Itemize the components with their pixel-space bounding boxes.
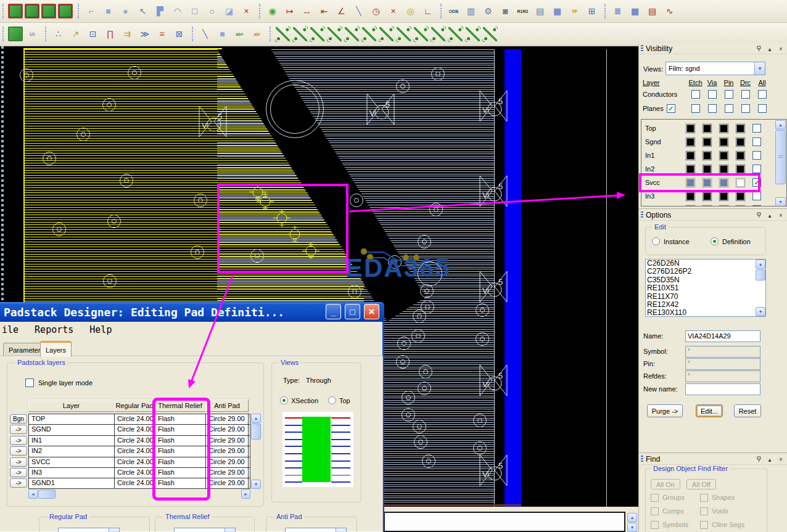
timer-icon[interactable]: ◷ bbox=[368, 4, 384, 19]
padstack-list-item[interactable]: RE10X51 bbox=[646, 284, 765, 292]
layer-color-swatch[interactable] bbox=[736, 124, 745, 133]
shape-circle-icon[interactable]: ○ bbox=[204, 4, 220, 19]
column-header-pin[interactable]: Pin bbox=[724, 79, 734, 86]
scroll-up-icon[interactable]: ▴ bbox=[756, 260, 765, 269]
close-button[interactable]: × bbox=[364, 304, 379, 319]
shape-arc-icon[interactable]: ◠ bbox=[170, 4, 185, 19]
layer-color-swatch[interactable] bbox=[686, 205, 695, 207]
reset-button[interactable]: Reset bbox=[734, 404, 761, 417]
regular-pad-cell[interactable]: Circle 24.00 bbox=[115, 436, 155, 446]
edit-rat-icon[interactable] bbox=[327, 27, 342, 42]
drc-pen-icon[interactable]: ∿ bbox=[662, 4, 677, 19]
menu-help[interactable]: Help bbox=[89, 324, 112, 335]
layer-color-swatch[interactable] bbox=[686, 165, 695, 174]
scroll-down-icon[interactable]: ▾ bbox=[627, 523, 637, 532]
layer-color-swatch[interactable] bbox=[736, 151, 745, 160]
shape-ellipse-icon[interactable]: ● bbox=[118, 4, 133, 19]
column-header-layer[interactable]: Layer bbox=[643, 79, 660, 86]
padstack-list-item[interactable]: C276D126P2 bbox=[646, 268, 765, 276]
layer-cell[interactable]: IN3 bbox=[29, 468, 115, 478]
layer-color-swatch[interactable] bbox=[736, 192, 745, 201]
collapse-icon[interactable]: ▴ bbox=[765, 44, 774, 53]
padstack-row-top[interactable]: TOPCircle 24.00FlashCircle 29.00 bbox=[29, 414, 250, 425]
conductors-etch-checkbox[interactable] bbox=[691, 90, 700, 99]
layer-row-top[interactable]: Top bbox=[641, 121, 786, 135]
find-checkbox[interactable] bbox=[700, 507, 708, 515]
anti-pad-cell[interactable]: Circle 29.00 bbox=[206, 457, 249, 467]
scroll-up-icon[interactable]: ▴ bbox=[251, 414, 261, 423]
planes-via-checkbox[interactable] bbox=[708, 104, 717, 113]
show-rats-icon[interactable] bbox=[275, 27, 290, 42]
planes-drc-checkbox[interactable] bbox=[741, 104, 750, 113]
layer-color-swatch[interactable] bbox=[703, 192, 712, 201]
row-button-in2[interactable]: -> bbox=[10, 446, 27, 456]
board-save-icon[interactable] bbox=[41, 4, 56, 18]
padstack-row-in1[interactable]: IN1Circle 24.00FlashCircle 29.00 bbox=[29, 436, 250, 446]
enable-rat-icon[interactable] bbox=[465, 27, 480, 42]
toolbar-grip[interactable] bbox=[2, 27, 6, 41]
color-grid-icon[interactable]: ▦ bbox=[550, 4, 565, 19]
padstack-row-in2[interactable]: IN2Circle 24.00FlashCircle 29.00 bbox=[29, 446, 250, 457]
name-field[interactable]: VIA24D14A29 bbox=[685, 330, 760, 342]
conductors-all-checkbox[interactable] bbox=[758, 90, 767, 99]
find-checkbox[interactable] bbox=[651, 521, 659, 529]
pad-array-icon[interactable]: ⊞ bbox=[584, 4, 600, 19]
anti-pad-cell[interactable]: Circle 29.00 bbox=[206, 436, 249, 446]
layer-color-swatch[interactable] bbox=[703, 151, 712, 160]
shape-shaded-icon[interactable]: ◪ bbox=[221, 4, 237, 19]
padstack-list-item[interactable]: RE130X110 bbox=[646, 309, 765, 317]
layer-row-in1[interactable]: In1 bbox=[641, 149, 786, 162]
layer-color-swatch[interactable] bbox=[686, 192, 695, 201]
import-rat-icon[interactable] bbox=[413, 27, 429, 42]
planes-checkbox[interactable]: ✓ bbox=[667, 104, 675, 113]
cut-cline-icon[interactable]: × bbox=[385, 4, 401, 19]
tab-layers[interactable]: Layers bbox=[40, 341, 72, 357]
chevron-down-icon[interactable]: ▾ bbox=[109, 528, 119, 532]
scroll-thumb[interactable] bbox=[775, 130, 786, 184]
find-checkbox[interactable] bbox=[651, 494, 659, 502]
chevron-icon[interactable]: ≫ bbox=[137, 27, 152, 42]
toolbar-grip[interactable] bbox=[604, 4, 608, 18]
definition-radio[interactable]: Definition bbox=[711, 237, 751, 245]
anti-pad-dropdown[interactable]: ▾ bbox=[285, 528, 347, 532]
dimension-origin-icon[interactable]: ⇤ bbox=[316, 4, 332, 19]
toolbar-grip[interactable] bbox=[270, 27, 273, 41]
layer-color-swatch[interactable] bbox=[719, 205, 728, 207]
status-rat-icon[interactable] bbox=[448, 27, 463, 42]
layer-cell[interactable]: SVCC bbox=[29, 457, 115, 467]
dimension-angle-icon[interactable]: ∠ bbox=[334, 4, 349, 19]
drc-note-icon[interactable]: ▤ bbox=[645, 4, 660, 19]
toolbar-grip[interactable] bbox=[440, 4, 443, 18]
stretch-rat-icon[interactable] bbox=[344, 27, 360, 42]
scroll-down-icon[interactable]: ▾ bbox=[251, 480, 261, 489]
close-icon[interactable]: × bbox=[777, 211, 785, 219]
visibility-titlebar[interactable]: Visibility ▴ × bbox=[639, 43, 787, 54]
layer-all-checkbox[interactable] bbox=[752, 151, 761, 160]
grid-cross-icon[interactable]: ⊠ bbox=[171, 27, 187, 42]
anti-pad-cell[interactable]: Circle 29.00 bbox=[206, 468, 249, 478]
toolbar-grip[interactable] bbox=[2, 4, 6, 18]
padstack-list-item[interactable]: C35D35N bbox=[646, 276, 765, 284]
regular-pad-cell[interactable]: Circle 24.00 bbox=[115, 478, 155, 488]
collapse-icon[interactable]: ▴ bbox=[765, 211, 774, 219]
row-button-in3[interactable]: -> bbox=[10, 468, 27, 477]
camera-icon[interactable]: ◙ bbox=[498, 4, 513, 19]
thermal-relief-dropdown[interactable]: ▾ bbox=[174, 528, 236, 532]
layer-cell[interactable]: SGND bbox=[29, 425, 115, 435]
delete-vertex-icon[interactable]: × bbox=[239, 4, 254, 19]
corner-angle-icon[interactable]: ∟ bbox=[420, 4, 435, 19]
shape-rect-icon[interactable]: □ bbox=[187, 4, 202, 19]
row-button-svcc[interactable]: -> bbox=[10, 457, 27, 467]
route-corner-icon[interactable]: ↗ bbox=[68, 27, 83, 42]
add-text-icon[interactable]: ab+ bbox=[232, 27, 247, 42]
layer-color-swatch[interactable] bbox=[686, 151, 695, 160]
layer-color-swatch[interactable] bbox=[703, 205, 712, 207]
planes-all-checkbox[interactable] bbox=[758, 104, 767, 113]
notes-icon[interactable]: ▤ bbox=[532, 4, 548, 19]
regular-pad-cell[interactable]: Circle 24.00 bbox=[115, 425, 155, 435]
measure-box-icon[interactable]: ⊡ bbox=[85, 27, 101, 42]
scroll-down-icon[interactable]: ▾ bbox=[756, 307, 765, 316]
layer-color-swatch[interactable] bbox=[703, 124, 712, 133]
newname-field[interactable] bbox=[685, 383, 760, 395]
anti-pad-cell[interactable]: Circle 29.00 bbox=[206, 425, 249, 435]
